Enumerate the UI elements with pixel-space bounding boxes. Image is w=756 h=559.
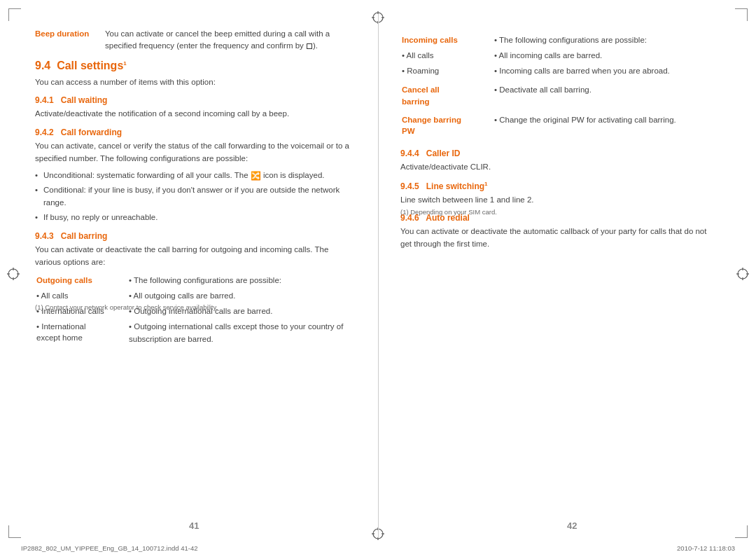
outgoing-all-calls-label: • All calls: [36, 289, 127, 303]
incoming-roaming-value: • Incoming calls are barred when you are…: [494, 64, 714, 78]
right-page: Incoming calls • The following configura…: [386, 14, 729, 255]
incoming-header-row: Incoming calls • The following configura…: [402, 34, 714, 48]
left-center-target-icon: [6, 266, 21, 282]
sub942-bullet-2: Conditional: if your line is busy, if yo…: [35, 184, 350, 209]
corner-tr: [735, 8, 748, 21]
incoming-row-all: • All calls • All incoming calls are bar…: [402, 49, 714, 63]
change-barring-value: • Change the original PW for activating …: [494, 113, 714, 137]
outgoing-row-all: • All calls • All outgoing calls are bar…: [36, 289, 349, 303]
beep-duration-text: You can activate or cancel the beep emit…: [105, 28, 350, 53]
outgoing-calls-config: • The following configurations are possi…: [129, 274, 349, 288]
change-barring-table: Change barringPW • Change the original P…: [400, 112, 715, 139]
sub943-heading: 9.4.3 Call barring: [35, 231, 350, 241]
left-page: Beep duration You can activate or cancel…: [21, 14, 364, 350]
sub941-heading: 9.4.1 Call waiting: [35, 95, 350, 105]
right-footnote: (1) Depending on your SIM card.: [400, 207, 715, 216]
outgoing-calls-label: Outgoing calls: [36, 274, 127, 288]
incoming-calls-label: Incoming calls: [402, 34, 493, 48]
footer-left: IP2882_802_UM_YIPPEE_Eng_GB_14_100712.in…: [21, 544, 197, 552]
section-footnote: 1: [123, 60, 126, 66]
sub942-heading: 9.4.2 Call forwarding: [35, 127, 350, 137]
outgoing-header-row: Outgoing calls • The following configura…: [36, 274, 349, 288]
corner-bl: [8, 525, 21, 538]
svg-point-10: [8, 269, 18, 279]
footer-right: 2010-7-12 11:18:03: [677, 544, 735, 552]
cancel-all-label: Cancel allbarring: [402, 83, 493, 107]
cancel-all-row: Cancel allbarring • Deactivate all call …: [402, 83, 714, 107]
square-icon: [307, 43, 312, 49]
sub942-bullet-1: Unconditional: systematic forwarding of …: [35, 170, 350, 183]
incoming-all-calls-label: • All calls: [402, 49, 493, 63]
sub945-heading: 9.4.5 Line switching1: [400, 181, 715, 191]
beep-duration-row: Beep duration You can activate or cancel…: [35, 28, 350, 53]
outgoing-intl-except-value: • Outgoing international calls except th…: [129, 320, 349, 347]
page-number-left: 41: [189, 520, 199, 531]
sub945-footnote: 1: [484, 181, 487, 187]
sub945-body: Line switch between line 1 and line 2.: [400, 194, 715, 207]
sub942-body: You can activate, cancel or verify the s…: [35, 140, 350, 165]
sub942-bullet-3: If busy, no reply or unreachable.: [35, 212, 350, 224]
corner-tl: [8, 8, 21, 21]
corner-br: [735, 525, 748, 538]
page-container: Beep duration You can activate or cancel…: [0, 0, 756, 559]
change-barring-label: Change barringPW: [402, 113, 493, 137]
page-divider: [378, 14, 379, 538]
sub944-body: Activate/deactivate CLIR.: [400, 161, 715, 174]
change-barring-row: Change barringPW • Change the original P…: [402, 113, 714, 137]
right-center-target-icon: [735, 266, 750, 282]
outgoing-all-calls-value: • All outgoing calls are barred.: [129, 289, 349, 303]
cancel-all-value: • Deactivate all call barring.: [494, 83, 714, 107]
section-heading-94: 9.4 Call settings1: [35, 60, 350, 72]
incoming-calls-config: • The following configurations are possi…: [494, 34, 714, 48]
page-number-right: 42: [567, 520, 577, 531]
incoming-roaming-label: • Roaming: [402, 64, 493, 78]
beep-duration-label: Beep duration: [35, 28, 105, 53]
footer: IP2882_802_UM_YIPPEE_Eng_GB_14_100712.in…: [0, 544, 756, 552]
sub941-body: Activate/deactivate the notification of …: [35, 108, 350, 120]
sub943-body: You can activate or deactivate the call …: [35, 244, 350, 269]
outgoing-row-intl-except: • Internationalexcept home • Outgoing in…: [36, 320, 349, 347]
intro-text: You can access a number of items with th…: [35, 76, 350, 89]
incoming-all-calls-value: • All incoming calls are barred.: [494, 49, 714, 63]
sub944-heading: 9.4.4 Caller ID: [400, 149, 715, 158]
svg-point-15: [738, 269, 748, 279]
sub946-body: You can activate or deactivate the autom…: [400, 226, 715, 251]
incoming-calls-table: Incoming calls • The following configura…: [400, 32, 715, 79]
outgoing-intl-except-label: • Internationalexcept home: [36, 320, 127, 347]
left-footnote: (1) Contact your network operator to che…: [35, 303, 350, 312]
forward-icon: 🔀: [251, 170, 261, 183]
cancel-all-table: Cancel allbarring • Deactivate all call …: [400, 82, 715, 109]
incoming-row-roaming: • Roaming • Incoming calls are barred wh…: [402, 64, 714, 78]
